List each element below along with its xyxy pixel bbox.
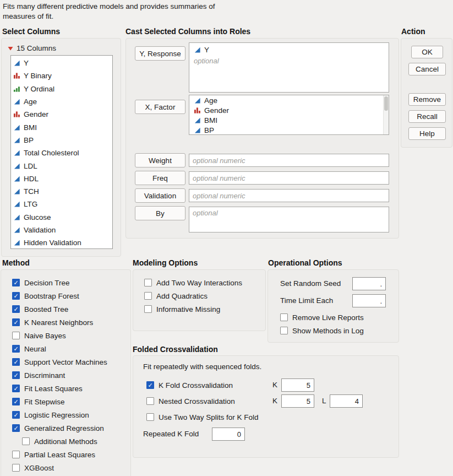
column-item[interactable]: LDL [11,159,112,172]
red-triangle-menu-icon[interactable] [7,45,14,52]
two-way-splits-row[interactable]: Use Two Way Splits for K Fold [146,410,259,424]
x-factor-box[interactable]: AgeGenderBMIBP [189,95,389,135]
method-k-nearest-neighbors-row[interactable]: ✓K Nearest Neighbors [12,316,107,329]
method-generalized-regression-checkbox[interactable]: ✓ [12,424,20,432]
column-label: TCH [24,187,39,196]
k-fold-row[interactable]: ✓ K Fold Crossvalidation [146,378,233,392]
method-partial-least-squares-row[interactable]: Partial Least Squares [12,448,107,461]
method-fit-stepwise-row[interactable]: ✓Fit Stepwise [12,395,107,408]
scrollbar-thumb[interactable] [384,96,388,111]
weight-field[interactable]: optional numeric [189,154,389,167]
column-item[interactable]: BP [11,134,112,147]
ok-button[interactable]: OK [411,46,443,58]
method-discriminant-checkbox[interactable]: ✓ [12,371,20,379]
informative-missing-checkbox[interactable] [144,305,152,313]
method-discriminant-row[interactable]: ✓Discriminant [12,369,107,382]
y-response-button[interactable]: Y, Response [135,46,185,61]
method-boosted-tree-checkbox[interactable]: ✓ [12,305,20,313]
two-way-splits-checkbox[interactable] [146,413,154,421]
column-item[interactable]: Y Binary [11,69,112,82]
recall-button[interactable]: Recall [408,110,446,123]
nested-crossvalidation-row[interactable]: Nested Crossvalidation [146,394,235,408]
add-two-way-interactions-row[interactable]: Add Two Way Interactions [144,276,242,289]
k-fold-checkbox[interactable]: ✓ [146,381,154,389]
method-naive-bayes-row[interactable]: Naive Bayes [12,329,107,342]
columns-header[interactable]: 15 Columns [7,44,56,52]
column-item[interactable]: Y [11,57,112,69]
method-logistic-regression-checkbox[interactable]: ✓ [12,411,20,419]
folded-crossvalidation-panel: Fit repeatedly with sequenced folds. ✓ K… [133,355,399,458]
column-item[interactable]: Glucose [11,211,112,224]
method-k-nearest-neighbors-checkbox[interactable]: ✓ [12,318,20,326]
validation-field[interactable]: optional numeric [189,189,389,202]
k-fold-k-label: K [272,381,277,389]
method-fit-least-squares-row[interactable]: ✓Fit Least Squares [12,382,107,395]
method-generalized-regression-row[interactable]: ✓Generalized Regression [12,421,107,435]
method-decision-tree-row[interactable]: ✓Decision Tree [12,276,107,289]
method-xgboost-row[interactable]: XGBoost [12,461,107,474]
column-item[interactable]: TCH [11,185,112,198]
method-bootstrap-forest-label: Bootstrap Forest [24,292,79,300]
validation-button[interactable]: Validation [135,188,185,203]
k-fold-k-input[interactable]: 5 [281,378,314,392]
method-bootstrap-forest-row[interactable]: ✓Bootstrap Forest [12,289,107,302]
weight-button[interactable]: Weight [135,153,185,167]
informative-missing-row[interactable]: Informative Missing [144,302,242,316]
method-bootstrap-forest-checkbox[interactable]: ✓ [12,292,20,300]
nested-l-input[interactable]: 4 [330,394,363,408]
cancel-button[interactable]: Cancel [408,63,446,75]
x-factor-scrollbar[interactable] [383,95,389,134]
column-item[interactable]: HDL [11,172,112,185]
show-methods-in-log-checkbox[interactable] [280,327,288,334]
column-item[interactable]: Age [192,96,386,106]
column-item[interactable]: Y [192,44,386,55]
column-item[interactable]: LTG [11,198,112,210]
method-xgboost-checkbox[interactable] [12,464,20,472]
by-box[interactable]: optional [189,207,389,232]
select-columns-list[interactable]: YY BinaryY OrdinalAgeGenderBMIBPTotal Ch… [10,55,113,249]
show-methods-in-log-row[interactable]: Show Methods in Log [280,324,364,337]
method-neural-checkbox[interactable]: ✓ [12,345,20,353]
add-two-way-interactions-checkbox[interactable] [144,279,152,286]
repeated-k-fold-input[interactable]: 0 [212,428,245,441]
method-boosted-tree-row[interactable]: ✓Boosted Tree [12,302,107,316]
column-item[interactable]: BMI [192,116,386,126]
x-factor-button[interactable]: X, Factor [135,100,185,114]
column-item[interactable]: Gender [192,106,386,116]
add-quadratics-checkbox[interactable] [144,292,152,300]
freq-button[interactable]: Freq [135,171,185,185]
method-logistic-regression-row[interactable]: ✓Logistic Regression [12,408,107,421]
time-limit-each-input[interactable]: . [352,294,386,307]
nested-k-input[interactable]: 5 [281,394,314,408]
column-item[interactable]: Hidden Validation [11,236,112,249]
method-decision-tree-checkbox[interactable]: ✓ [12,279,20,286]
y-response-box[interactable]: Y optional [189,42,389,93]
method-support-vector-machines-checkbox[interactable]: ✓ [12,358,20,366]
method-additional-methods-row[interactable]: Additional Methods [12,435,107,448]
by-button[interactable]: By [135,206,185,220]
column-item[interactable]: Total Cholesterol [11,147,112,159]
column-item[interactable]: BMI [11,121,112,133]
freq-field[interactable]: optional numeric [189,171,389,185]
method-naive-bayes-checkbox[interactable] [12,332,20,339]
remove-live-reports-row[interactable]: Remove Live Reports [280,311,364,324]
column-item[interactable]: Gender [11,108,112,121]
column-item[interactable]: Age [11,95,112,108]
method-fit-least-squares-checkbox[interactable]: ✓ [12,385,20,392]
column-item[interactable]: Validation [11,224,112,236]
add-quadratics-row[interactable]: Add Quadratics [144,289,242,302]
column-item[interactable]: BP [192,125,386,135]
help-button[interactable]: Help [408,127,446,140]
column-item[interactable]: Y Ordinal [11,83,112,95]
x-factor-items: AgeGenderBMIBP [192,96,386,135]
nested-crossvalidation-checkbox[interactable] [146,397,154,405]
method-partial-least-squares-checkbox[interactable] [12,451,20,458]
set-random-seed-input[interactable]: . [352,277,386,290]
method-additional-methods-checkbox[interactable] [22,437,30,445]
method-support-vector-machines-row[interactable]: ✓Support Vector Machines [12,355,107,369]
remove-live-reports-checkbox[interactable] [280,313,288,321]
remove-button[interactable]: Remove [408,93,446,106]
method-neural-row[interactable]: ✓Neural [12,342,107,355]
select-columns-panel: 15 Columns YY BinaryY OrdinalAgeGenderBM… [1,38,121,257]
method-fit-stepwise-checkbox[interactable]: ✓ [12,398,20,405]
